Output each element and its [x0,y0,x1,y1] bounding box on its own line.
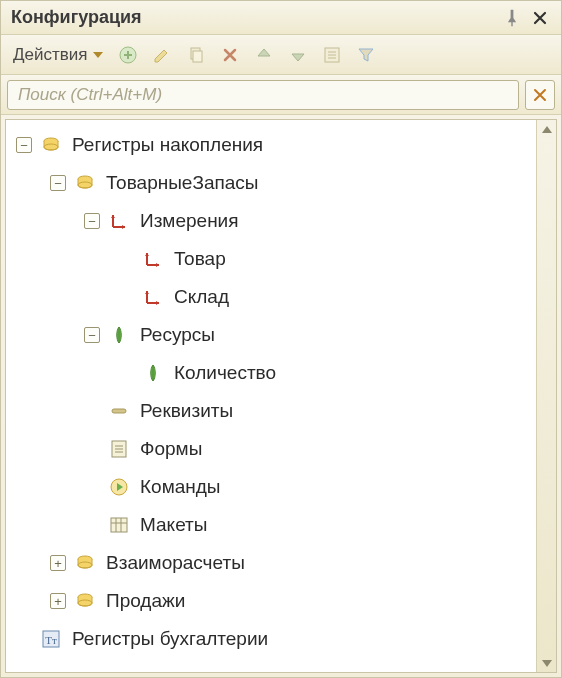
collapse-icon[interactable]: − [50,175,66,191]
list-icon[interactable] [319,42,345,68]
tree-node-label: Товар [174,248,226,270]
tree-node[interactable]: Товар [12,240,534,278]
tree-node[interactable]: Формы [12,430,534,468]
chevron-down-icon [93,52,103,58]
window-title: Конфигурация [11,7,495,28]
add-icon[interactable] [115,42,141,68]
copy-icon[interactable] [183,42,209,68]
tree-node-label: Команды [140,476,221,498]
resource-icon [108,324,130,346]
svg-rect-11 [111,518,127,532]
config-tree[interactable]: −Регистры накопления−ТоварныеЗапасы−Изме… [6,120,536,672]
forms-icon [108,438,130,460]
titlebar: Конфигурация [1,1,561,35]
clear-search-icon[interactable] [525,80,555,110]
register-icon [74,590,96,612]
filter-icon[interactable] [353,42,379,68]
register-icon [74,552,96,574]
expand-icon[interactable]: + [50,593,66,609]
tree-node-label: Реквизиты [140,400,233,422]
search-input[interactable] [7,80,519,110]
toolbar: Действия [1,35,561,75]
tree-node-label: Взаиморасчеты [106,552,245,574]
resource-icon [142,362,164,384]
svg-rect-8 [112,409,126,413]
register-icon [40,134,62,156]
dimension-icon [142,286,164,308]
move-down-icon[interactable] [285,42,311,68]
delete-icon[interactable] [217,42,243,68]
collapse-icon[interactable]: − [84,213,100,229]
commands-icon [108,476,130,498]
svg-rect-2 [193,51,202,62]
attribute-icon [108,400,130,422]
tree-node-label: Продажи [106,590,185,612]
config-panel: Конфигурация Действия [0,0,562,678]
collapse-icon[interactable]: − [16,137,32,153]
dimension-icon [108,210,130,232]
tree-node[interactable]: −ТоварныеЗапасы [12,164,534,202]
tree-node[interactable]: −Ресурсы [12,316,534,354]
tree-node-label: Склад [174,286,229,308]
search-bar [1,75,561,115]
tree-node[interactable]: +Продажи [12,582,534,620]
dimension-icon [142,248,164,270]
tree-node[interactable]: Количество [12,354,534,392]
tree-node-label: Измерения [140,210,239,232]
collapse-icon[interactable]: − [84,327,100,343]
move-up-icon[interactable] [251,42,277,68]
expand-icon[interactable]: + [50,555,66,571]
pin-icon[interactable] [501,7,523,29]
tree-node-label: Регистры накопления [72,134,263,156]
actions-button[interactable]: Действия [9,43,107,67]
actions-label: Действия [13,45,87,65]
tree-node-label: Количество [174,362,276,384]
register-icon [74,172,96,194]
tree-node[interactable]: Реквизиты [12,392,534,430]
tree-node[interactable]: −Измерения [12,202,534,240]
tree-node[interactable]: Команды [12,468,534,506]
tree-node-label: ТоварныеЗапасы [106,172,258,194]
tree-area: −Регистры накопления−ТоварныеЗапасы−Изме… [5,119,557,673]
scroll-down-icon[interactable] [537,654,556,672]
tree-node-label: Регистры бухгалтерии [72,628,268,650]
tree-node[interactable]: TтРегистры бухгалтерии [12,620,534,658]
accounting-icon: Tт [40,628,62,650]
templates-icon [108,514,130,536]
tree-node[interactable]: Склад [12,278,534,316]
svg-text:Tт: Tт [45,634,57,646]
tree-node[interactable]: +Взаиморасчеты [12,544,534,582]
tree-node-label: Формы [140,438,202,460]
tree-node[interactable]: Макеты [12,506,534,544]
scrollbar[interactable] [536,120,556,672]
tree-node[interactable]: −Регистры накопления [12,126,534,164]
close-icon[interactable] [529,7,551,29]
edit-icon[interactable] [149,42,175,68]
tree-node-label: Макеты [140,514,207,536]
tree-node-label: Ресурсы [140,324,215,346]
scroll-up-icon[interactable] [537,120,556,138]
